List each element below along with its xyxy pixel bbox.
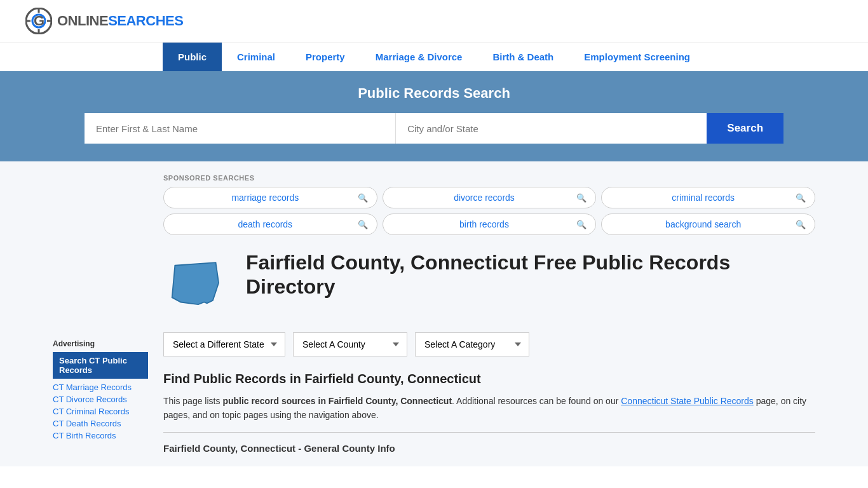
search-icon-death: 🔍 bbox=[358, 220, 368, 229]
find-records-section: Find Public Records in Fairfield County,… bbox=[163, 372, 815, 454]
logo-searches: SEARCHES bbox=[108, 13, 183, 29]
search-icon-marriage: 🔍 bbox=[358, 193, 368, 203]
search-banner: Public Records Search Search bbox=[0, 71, 868, 161]
find-title: Find Public Records in Fairfield County,… bbox=[163, 372, 815, 386]
nav-property[interactable]: Property bbox=[290, 43, 360, 71]
state-map bbox=[163, 257, 233, 317]
left-sidebar: Advertising Search CT Public Records CT … bbox=[53, 174, 148, 454]
search-icon-background: 🔍 bbox=[796, 220, 806, 229]
page-title: Fairfield County, Connecticut Free Publi… bbox=[246, 250, 815, 299]
category-dropdown[interactable]: Select A Category bbox=[415, 332, 529, 356]
desc-link[interactable]: Connecticut State Public Records bbox=[621, 396, 754, 406]
desc-part1: This page lists bbox=[163, 396, 222, 406]
header: G ONLINE SEARCHES bbox=[0, 0, 868, 42]
search-form: Search bbox=[85, 113, 783, 144]
logo: G ONLINE SEARCHES bbox=[25, 8, 183, 34]
sponsored-tag-marriage[interactable]: marriage records 🔍 bbox=[163, 187, 377, 208]
find-description: This page lists public record sources in… bbox=[163, 394, 815, 423]
nav-birth-death[interactable]: Birth & Death bbox=[477, 43, 569, 71]
state-dropdown[interactable]: Select a Different State bbox=[163, 332, 285, 356]
sponsored-tag-divorce-text: divorce records bbox=[392, 193, 577, 203]
section-divider bbox=[163, 432, 815, 433]
search-button[interactable]: Search bbox=[707, 113, 783, 144]
content-wrapper: Advertising Search CT Public Records CT … bbox=[0, 161, 868, 466]
main-nav: Public Criminal Property Marriage & Divo… bbox=[0, 42, 868, 71]
ad-highlight-link[interactable]: Search CT Public Records bbox=[53, 352, 148, 379]
main-content: SPONSORED SEARCHES marriage records 🔍 di… bbox=[163, 174, 815, 454]
nav-criminal[interactable]: Criminal bbox=[222, 43, 290, 71]
advertising-label: Advertising bbox=[53, 339, 148, 348]
page-header: Fairfield County, Connecticut Free Publi… bbox=[163, 250, 815, 317]
sponsored-grid: marriage records 🔍 divorce records 🔍 cri… bbox=[163, 187, 815, 235]
sponsored-tag-birth[interactable]: birth records 🔍 bbox=[383, 214, 597, 235]
section-subtitle: Fairfield County, Connecticut - General … bbox=[163, 443, 815, 454]
sponsored-tag-background-text: background search bbox=[611, 219, 796, 229]
ad-link-divorce[interactable]: CT Divorce Records bbox=[53, 393, 148, 405]
svg-text:G: G bbox=[34, 13, 44, 29]
ad-link-marriage[interactable]: CT Marriage Records bbox=[53, 381, 148, 393]
location-input[interactable] bbox=[396, 113, 707, 144]
sponsored-tag-death[interactable]: death records 🔍 bbox=[163, 214, 377, 235]
ad-link-birth[interactable]: CT Birth Records bbox=[53, 430, 148, 442]
sponsored-tag-birth-text: birth records bbox=[392, 219, 577, 229]
sponsored-tag-divorce[interactable]: divorce records 🔍 bbox=[383, 187, 597, 208]
dropdowns-section: Select a Different State Select A County… bbox=[163, 332, 815, 356]
desc-bold: public record sources in Fairfield Count… bbox=[222, 396, 452, 406]
sponsored-tag-death-text: death records bbox=[173, 219, 358, 229]
sponsored-label: SPONSORED SEARCHES bbox=[163, 174, 815, 182]
logo-text: ONLINE SEARCHES bbox=[57, 13, 183, 29]
nav-marriage-divorce[interactable]: Marriage & Divorce bbox=[360, 43, 478, 71]
desc-part2: . Additional resources can be found on o… bbox=[452, 396, 621, 406]
logo-online: ONLINE bbox=[57, 13, 108, 29]
sponsored-tag-criminal-text: criminal records bbox=[611, 193, 796, 203]
ad-link-criminal[interactable]: CT Criminal Records bbox=[53, 405, 148, 417]
nav-public[interactable]: Public bbox=[163, 43, 222, 71]
search-icon-divorce: 🔍 bbox=[576, 193, 587, 203]
search-icon-birth: 🔍 bbox=[576, 220, 587, 229]
sponsored-tag-marriage-text: marriage records bbox=[173, 193, 358, 203]
county-dropdown[interactable]: Select A County bbox=[293, 332, 407, 356]
search-icon-criminal: 🔍 bbox=[796, 193, 806, 203]
sponsored-tag-criminal[interactable]: criminal records 🔍 bbox=[601, 187, 815, 208]
connecticut-map-svg bbox=[163, 257, 233, 315]
logo-icon: G bbox=[25, 8, 52, 34]
sponsored-tag-background[interactable]: background search 🔍 bbox=[601, 214, 815, 235]
sponsored-section: SPONSORED SEARCHES marriage records 🔍 di… bbox=[163, 174, 815, 235]
nav-employment[interactable]: Employment Screening bbox=[569, 43, 705, 71]
search-banner-title: Public Records Search bbox=[25, 85, 843, 102]
ad-link-death[interactable]: CT Death Records bbox=[53, 417, 148, 430]
inner-layout: Advertising Search CT Public Records CT … bbox=[53, 174, 815, 454]
name-input[interactable] bbox=[85, 113, 396, 144]
